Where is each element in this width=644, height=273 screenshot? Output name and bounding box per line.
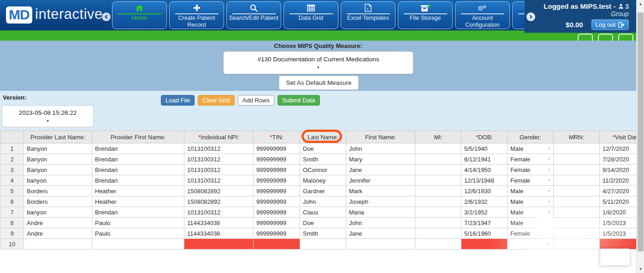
grid-cell[interactable]: 999999999 bbox=[254, 218, 300, 228]
column-header-first-name[interactable]: First Name: bbox=[346, 131, 415, 143]
clear-grid-button[interactable]: Clear Grid bbox=[198, 95, 234, 106]
logout-button[interactable]: Log out bbox=[591, 19, 629, 30]
grid-cell[interactable]: Jennifer bbox=[346, 175, 415, 186]
gender-dropdown-caret-icon[interactable]: ▼ bbox=[547, 147, 551, 151]
grid-cell[interactable]: Brendan bbox=[92, 207, 184, 218]
grid-cell[interactable] bbox=[554, 218, 600, 228]
grid-cell[interactable]: Heather bbox=[92, 186, 184, 196]
grid-cell[interactable]: 5/16/1960 bbox=[461, 228, 508, 239]
grid-cell[interactable] bbox=[92, 239, 184, 249]
grid-cell[interactable]: John bbox=[300, 196, 346, 207]
grid-cell[interactable]: Paulo bbox=[92, 218, 184, 228]
grid-cell[interactable]: 999999999 bbox=[254, 175, 300, 186]
gender-dropdown-caret-icon[interactable]: ▼ bbox=[547, 210, 551, 214]
grid-cell[interactable]: banyon bbox=[24, 207, 92, 218]
grid-cell[interactable] bbox=[461, 239, 508, 249]
grid-cell[interactable]: 1013100312 bbox=[184, 175, 254, 186]
grid-cell[interactable]: Male▼ bbox=[508, 143, 554, 154]
grid-cell[interactable] bbox=[415, 143, 461, 154]
grid-cell[interactable]: 7/28/2020 bbox=[600, 154, 637, 165]
load-file-button[interactable]: Load File bbox=[161, 95, 195, 106]
grid-cell[interactable]: Female▼ bbox=[508, 154, 554, 165]
grid-cell[interactable]: Male▼ bbox=[508, 196, 554, 207]
grid-cell[interactable] bbox=[415, 175, 461, 186]
grid-cell[interactable] bbox=[184, 239, 254, 249]
grid-cell[interactable] bbox=[554, 165, 600, 175]
nav-button-account-configuration[interactable]: ⚙⚙Account Configuration bbox=[455, 1, 510, 29]
grid-cell[interactable]: 1013100312 bbox=[184, 143, 254, 154]
nav-button-create-patient-record[interactable]: Create Patient Record bbox=[169, 1, 224, 29]
grid-cell[interactable]: Claus bbox=[300, 207, 346, 218]
grid-cell[interactable]: 3/2/1952 bbox=[461, 207, 508, 218]
grid-cell[interactable]: John bbox=[346, 218, 415, 228]
grid-cell[interactable]: Joseph bbox=[346, 196, 415, 207]
chevron-right-icon[interactable] bbox=[526, 12, 535, 21]
grid-cell[interactable]: 7/23/1947 bbox=[461, 218, 508, 228]
scroll-up-arrow[interactable]: ▲ bbox=[637, 2, 644, 6]
grid-cell[interactable] bbox=[24, 239, 92, 249]
scroll-down-arrow[interactable]: ▼ bbox=[637, 267, 644, 271]
grid-cell[interactable]: Banyon bbox=[24, 165, 92, 175]
grid-cell[interactable]: Gardner bbox=[300, 186, 346, 196]
grid-cell[interactable]: 999999999 bbox=[254, 154, 300, 165]
grid-cell[interactable] bbox=[415, 228, 461, 239]
grid-cell[interactable] bbox=[415, 196, 461, 207]
grid-cell[interactable]: 11/2/2020 bbox=[600, 175, 637, 186]
grid-cell[interactable]: 1/5/2023 bbox=[600, 218, 637, 228]
grid-cell[interactable]: Female▼ bbox=[508, 175, 554, 186]
column-header-mi[interactable]: MI: bbox=[415, 131, 461, 143]
version-dropdown[interactable]: 2023-05-08 15:26:22 ▼ bbox=[2, 105, 94, 127]
grid-cell[interactable]: 1144334038 bbox=[184, 218, 254, 228]
grid-cell[interactable] bbox=[554, 207, 600, 218]
grid-cell[interactable]: 999999999 bbox=[254, 207, 300, 218]
grid-cell[interactable] bbox=[554, 175, 600, 186]
grid-cell[interactable]: Borders bbox=[24, 186, 92, 196]
nav-button-file-storage[interactable]: File Storage bbox=[398, 1, 453, 29]
grid-cell[interactable]: 999999999 bbox=[254, 186, 300, 196]
column-header-last-name[interactable]: Last Name: bbox=[300, 131, 346, 143]
column-header-individual-npi[interactable]: *Individual NPI: bbox=[184, 131, 254, 143]
grid-cell[interactable]: 5/11/2020 bbox=[600, 196, 637, 207]
grid-cell[interactable]: Brendan bbox=[92, 143, 184, 154]
grid-cell[interactable]: 4/27/2020 bbox=[600, 186, 637, 196]
grid-cell[interactable]: Andre bbox=[24, 218, 92, 228]
grid-cell[interactable]: 1508082892 bbox=[184, 196, 254, 207]
gender-dropdown-caret-icon[interactable]: ▼ bbox=[547, 157, 551, 161]
grid-cell[interactable]: John bbox=[346, 143, 415, 154]
grid-cell[interactable]: Smith bbox=[300, 154, 346, 165]
column-header-gender[interactable]: Gender: bbox=[508, 131, 554, 143]
grid-cell[interactable]: 12/13/1948 bbox=[461, 175, 508, 186]
grid-cell[interactable]: Banyon bbox=[24, 154, 92, 165]
grid-cell[interactable]: Smith bbox=[300, 228, 346, 239]
grid-cell[interactable]: 1013100312 bbox=[184, 154, 254, 165]
grid-cell[interactable]: Jane bbox=[346, 228, 415, 239]
grid-cell[interactable] bbox=[554, 239, 600, 249]
grid-cell[interactable]: Male▼ bbox=[508, 186, 554, 196]
grid-cell[interactable]: Andre bbox=[24, 228, 92, 239]
grid-cell[interactable]: Mark bbox=[346, 186, 415, 196]
grid-cell[interactable] bbox=[346, 239, 415, 249]
grid-cell[interactable]: Heather bbox=[92, 196, 184, 207]
grid-cell[interactable] bbox=[415, 165, 461, 175]
grid-cell[interactable]: 12/7/2020 bbox=[600, 143, 637, 154]
grid-cell[interactable] bbox=[554, 186, 600, 196]
grid-cell[interactable]: 12/6/1930 bbox=[461, 186, 508, 196]
grid-cell[interactable]: Banyon bbox=[24, 143, 92, 154]
nav-button-excel-templates[interactable]: xExcel Templates bbox=[341, 1, 396, 29]
scrollbar-thumb[interactable] bbox=[638, 12, 644, 251]
grid-cell[interactable] bbox=[415, 207, 461, 218]
grid-cell[interactable]: Maria bbox=[346, 207, 415, 218]
grid-cell[interactable]: 2/6/1932 bbox=[461, 196, 508, 207]
gender-dropdown-caret-icon[interactable]: ▼ bbox=[547, 168, 551, 172]
grid-cell[interactable] bbox=[554, 154, 600, 165]
grid-cell[interactable]: Brendan bbox=[92, 154, 184, 165]
grid-cell[interactable]: 1/5/2023 bbox=[600, 228, 637, 239]
gender-dropdown-caret-icon[interactable]: ▼ bbox=[547, 242, 551, 246]
grid-cell[interactable] bbox=[554, 143, 600, 154]
grid-cell[interactable]: Doe bbox=[300, 218, 346, 228]
grid-cell[interactable] bbox=[415, 154, 461, 165]
gender-dropdown-caret-icon[interactable]: ▼ bbox=[547, 200, 551, 204]
grid-cell[interactable] bbox=[415, 186, 461, 196]
grid-cell[interactable] bbox=[415, 218, 461, 228]
grid-cell[interactable] bbox=[554, 196, 600, 207]
